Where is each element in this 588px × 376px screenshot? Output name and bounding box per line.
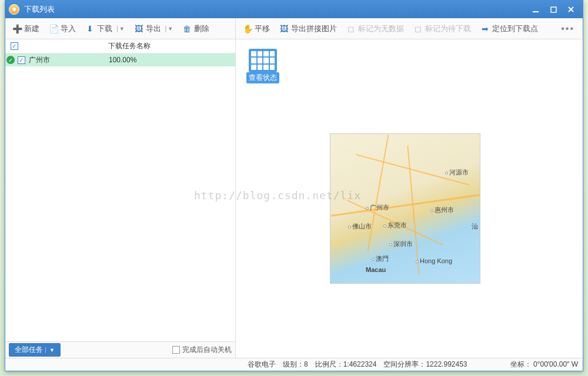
- minimize-button[interactable]: [531, 5, 540, 14]
- import-button[interactable]: 📄导入: [45, 22, 79, 36]
- mark-icon: ◻: [413, 24, 423, 33]
- locate-button[interactable]: ➡定位到下载点: [477, 22, 542, 36]
- more-button[interactable]: •••: [556, 24, 579, 34]
- city-label: Macau: [366, 266, 386, 273]
- mark-download-button: ◻标记为待下载: [410, 22, 475, 36]
- map-preview-pane: 查看状态 广州市 佛山市 东莞市 深圳市 澳門 惠州市 河源市 Hong Kon…: [236, 39, 583, 358]
- view-status-label: 查看状态: [246, 72, 279, 83]
- city-label: 佛山市: [348, 222, 372, 231]
- view-status-button[interactable]: 查看状态: [246, 49, 279, 83]
- pan-button[interactable]: ✋平移: [239, 22, 273, 36]
- delete-button[interactable]: 🗑删除: [179, 22, 213, 36]
- status-coord: 坐标： 0°00′00.00″ W: [510, 360, 578, 370]
- status-ok-icon: ✓: [6, 56, 15, 64]
- plus-icon: ➕: [12, 24, 22, 33]
- chevron-down-icon: │▼: [116, 26, 125, 32]
- new-label: 新建: [24, 24, 39, 34]
- city-label: 广州市: [366, 203, 389, 212]
- trash-icon: 🗑: [182, 24, 192, 33]
- column-name: 下载任务名称: [23, 41, 235, 51]
- grid-icon: [249, 49, 277, 72]
- list-header: ✓ 下载任务名称: [5, 39, 235, 53]
- export-tile-button[interactable]: 🖼导出拼接图片: [276, 22, 340, 36]
- map-tile-preview[interactable]: 广州市 佛山市 东莞市 深圳市 澳門 惠州市 河源市 Hong Kong Mac…: [330, 133, 480, 284]
- chevron-down-icon: │▼: [165, 26, 173, 32]
- hand-icon: ✋: [243, 24, 252, 33]
- locate-label: 定位到下载点: [492, 24, 538, 34]
- city-label: 深圳市: [389, 240, 413, 249]
- select-all-checkbox[interactable]: ✓: [11, 42, 18, 50]
- task-row[interactable]: ✓ ✓ 广州市 100.00%: [5, 53, 235, 66]
- export-button[interactable]: 🖼导出│▼: [131, 22, 177, 36]
- download-window: 下载列表 ➕新建 📄导入 ⬇下载│▼ 🖼导出│▼ 🗑删除 ✋平移 🖼导出拼接图片…: [5, 0, 583, 371]
- pan-label: 平移: [255, 24, 270, 34]
- task-name: 广州市: [26, 55, 97, 65]
- checkbox-icon: [172, 346, 180, 354]
- title-bar[interactable]: 下载列表: [5, 1, 583, 18]
- mark-icon: ◻: [346, 24, 356, 33]
- image-icon: 🖼: [279, 24, 289, 33]
- task-list-pane: ✓ 下载任务名称 ✓ ✓ 广州市 100.00% 全部任务▼ 完成后自动关机: [5, 39, 236, 358]
- all-tasks-label: 全部任务: [15, 345, 43, 355]
- export-tile-label: 导出拼接图片: [291, 24, 337, 34]
- export-label: 导出: [146, 24, 161, 34]
- status-resolution: 空间分辨率：1222.992453: [383, 360, 467, 370]
- download-button[interactable]: ⬇下载│▼: [82, 22, 128, 36]
- status-scale: 比例尺：1:4622324: [315, 360, 377, 370]
- shutdown-checkbox[interactable]: 完成后自动关机: [172, 345, 232, 355]
- download-label: 下载: [97, 24, 112, 34]
- mark-nodata-label: 标记为无数据: [358, 24, 404, 34]
- status-level: 级别：8: [283, 360, 308, 370]
- city-label: 东莞市: [383, 221, 407, 230]
- content-area: ✓ 下载任务名称 ✓ ✓ 广州市 100.00% 全部任务▼ 完成后自动关机 查…: [5, 39, 583, 358]
- city-label: 河源市: [445, 168, 469, 177]
- chevron-down-icon[interactable]: ▼: [45, 347, 55, 353]
- import-icon: 📄: [49, 24, 58, 33]
- export-icon: 🖼: [134, 24, 143, 33]
- toolbar: ➕新建 📄导入 ⬇下载│▼ 🖼导出│▼ 🗑删除 ✋平移 🖼导出拼接图片 ◻标记为…: [5, 18, 583, 39]
- close-button[interactable]: [566, 5, 576, 14]
- mark-download-label: 标记为待下载: [425, 24, 471, 34]
- city-label: 澳門: [372, 254, 389, 263]
- left-footer: 全部任务▼ 完成后自动关机: [5, 341, 235, 358]
- status-bar: 谷歌电子 级别：8 比例尺：1:4622324 空间分辨率：1222.99245…: [5, 358, 583, 371]
- status-source: 谷歌电子: [248, 360, 276, 370]
- city-label: 汕: [472, 222, 478, 231]
- all-tasks-button[interactable]: 全部任务▼: [9, 343, 61, 357]
- new-button[interactable]: ➕新建: [9, 22, 43, 36]
- app-logo-icon: [9, 4, 19, 15]
- maximize-button[interactable]: [549, 5, 558, 14]
- mark-nodata-button: ◻标记为无数据: [343, 22, 407, 36]
- task-checkbox[interactable]: ✓: [18, 56, 25, 64]
- city-label: Hong Kong: [416, 257, 452, 264]
- shutdown-label: 完成后自动关机: [182, 345, 232, 355]
- locate-icon: ➡: [480, 24, 490, 33]
- svg-rect-1: [551, 7, 556, 12]
- download-icon: ⬇: [85, 24, 95, 33]
- delete-label: 删除: [194, 24, 209, 34]
- city-label: 惠州市: [430, 206, 454, 214]
- import-label: 导入: [61, 24, 76, 34]
- window-title: 下载列表: [24, 4, 531, 15]
- task-progress: 100.00%: [97, 56, 235, 64]
